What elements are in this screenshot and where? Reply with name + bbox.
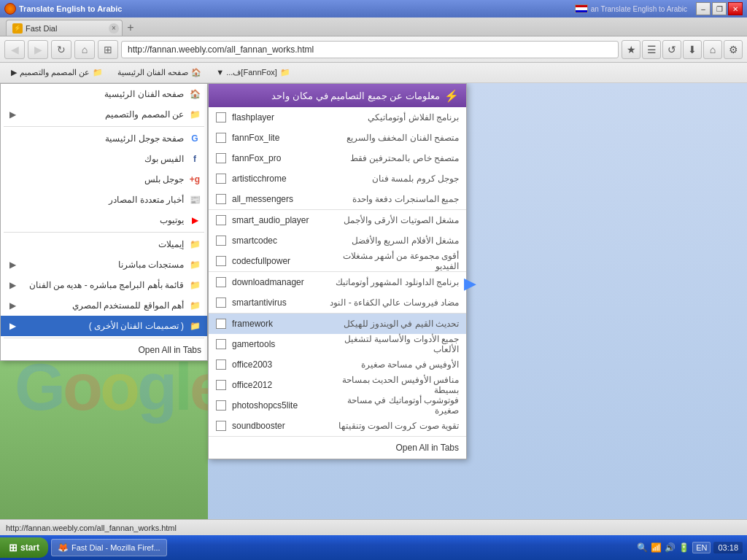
- tray-sound-icon[interactable]: 🔊: [665, 542, 676, 553]
- submenu-item-download[interactable]: برنامج الداونلود المشهور أوتوماتيك downl…: [209, 272, 466, 292]
- submenu-item-fannfox-pro[interactable]: متصفح خاص بالمحترفين فقط fannFox_pro: [209, 148, 466, 168]
- menu-item-emails[interactable]: 📁 إيميلات: [1, 234, 207, 254]
- menu-designer-label: عن المصمم والتصميم: [20, 109, 184, 120]
- submenu-item-flashplayer[interactable]: برنامج الفلاش أوتوماتيكي flashplayer: [209, 107, 466, 128]
- framework-desc: تحديث القيم في الويندوز للهيكل: [325, 319, 459, 329]
- download-checkbox[interactable]: [216, 277, 226, 287]
- bookmark-main-page[interactable]: 🏠 صفحه الفنان الرئيسية: [111, 65, 208, 81]
- browser-tab-fastdial[interactable]: ⚡ Fast Dial ×: [6, 20, 123, 36]
- refresh-nav-button[interactable]: ↺: [662, 40, 681, 59]
- office2003-checkbox[interactable]: [216, 359, 226, 370]
- submenu-item-antivirus[interactable]: مضاد فيروسات عالي الكفاءة - النود smarta…: [209, 292, 466, 313]
- sites-arrow-icon: ▶: [9, 300, 16, 311]
- address-input[interactable]: [128, 44, 612, 55]
- nav-home-button[interactable]: ⌂: [703, 40, 722, 59]
- submenu-item-codecfull[interactable]: أقوى مجموعة من أشهر مشغلات الفيديو codec…: [209, 251, 466, 271]
- fannfox-pro-checkbox[interactable]: [216, 153, 226, 163]
- menu-sites-label: أهم المواقع للمستخدم المصري: [20, 300, 184, 311]
- tab-close-button[interactable]: ×: [109, 23, 119, 34]
- menu-facebook-label: الفيس بوك: [7, 154, 184, 164]
- forward-button[interactable]: ▶: [28, 40, 48, 59]
- menu-item-facebook[interactable]: f الفيس بوك: [1, 149, 207, 169]
- menu-item-google[interactable]: G صفحة جوجل الرئيسية: [1, 128, 207, 149]
- designer-arrow-icon: ▶: [9, 109, 16, 120]
- status-url: http://fannan.weebly.com/all_fannan_work…: [6, 524, 177, 532]
- menu-open-all-tabs[interactable]: Open All in Tabs: [1, 340, 207, 360]
- submenu-footer[interactable]: Open All in Tabs: [209, 437, 466, 459]
- taskbar-firefox-item[interactable]: 🦊 Fast Dial - Mozilla Firef...: [51, 539, 167, 556]
- menu-item-programs[interactable]: 📁 قائمة بأهم البرامج مباشره - هديه من ال…: [1, 275, 207, 295]
- submenu-item-framework[interactable]: تحديث القيم في الويندوز للهيكل framework: [209, 314, 466, 334]
- taskbar: ⊞ start 🦊 Fast Dial - Mozilla Firef... 🔍…: [0, 535, 747, 560]
- refresh-button[interactable]: ↻: [51, 40, 71, 59]
- main-dropdown-menu[interactable]: 🏠 صفحه الفنان الرئيسية 📁 عن المصمم والتص…: [0, 83, 208, 361]
- soundbooster-checkbox[interactable]: [216, 421, 226, 431]
- menu-item-sites[interactable]: 📁 أهم المواقع للمستخدم المصري ▶: [1, 295, 207, 316]
- menu-item-gplus[interactable]: g+ جوجل بلس: [1, 169, 207, 190]
- menu-item-designs[interactable]: 📁 ( تصميمات الفنان الأخرى ) ▶: [1, 316, 207, 336]
- home-button[interactable]: ⌂: [74, 40, 95, 59]
- tray-search-icon[interactable]: 🔍: [637, 542, 648, 553]
- fannfox-lite-name: fannFox_lite: [232, 133, 320, 143]
- office2012-checkbox[interactable]: [216, 380, 226, 390]
- bookmark-folder-label: [FannFox]ف... ▼: [216, 68, 277, 77]
- menu-google-label: صفحة جوجل الرئيسية: [7, 133, 184, 144]
- flash-desc: برنامج الفلاش أوتوماتيكي: [325, 112, 459, 122]
- audio-checkbox[interactable]: [216, 215, 226, 225]
- artistic-checkbox[interactable]: [216, 174, 226, 184]
- settings-button[interactable]: ⚙: [724, 40, 743, 59]
- restore-button[interactable]: ❐: [712, 2, 727, 15]
- bookmark-list-button[interactable]: ☰: [642, 40, 661, 59]
- back-button[interactable]: ◀: [4, 40, 25, 59]
- messenger-checkbox[interactable]: [216, 194, 226, 204]
- status-bar: http://fannan.weebly.com/all_fannan_work…: [0, 519, 747, 535]
- fannfox-lite-checkbox[interactable]: [216, 133, 226, 143]
- start-windows-icon: ⊞: [9, 542, 18, 553]
- codecfull-checkbox[interactable]: [216, 256, 226, 266]
- menu-item-updates[interactable]: 📁 مستجدات مباشرنا ▶: [1, 254, 207, 275]
- bookmark-designer[interactable]: 📁 عن المصمم والتصميم ▶: [4, 65, 109, 81]
- submenu-item-gamertools[interactable]: جميع الأدوات والأساسية لتشغيل الألعاب ga…: [209, 334, 466, 354]
- tray-network-icon: 📶: [651, 542, 662, 553]
- submenu-item-office2012[interactable]: منافس الأوفيس الحديث بمساحة بسيطة office…: [209, 375, 466, 395]
- submenu[interactable]: ⚡ معلومات عن جميع التصاميم في مكان واحد …: [208, 83, 467, 459]
- bookmark-star-button[interactable]: ★: [622, 40, 640, 59]
- folder-emails-icon: 📁: [188, 238, 201, 251]
- menu-item-main-page[interactable]: 🏠 صفحه الفنان الرئيسية: [1, 84, 207, 104]
- photoshop-checkbox[interactable]: [216, 400, 226, 411]
- submenu-item-audio[interactable]: مشغل الصوتيات الأرقى والأجمل smart_audio…: [209, 210, 466, 230]
- office2003-desc: الأوفيس في مساحة صغيرة: [325, 359, 459, 370]
- submenu-item-office2003[interactable]: الأوفيس في مساحة صغيرة office2003: [209, 354, 466, 375]
- submenu-item-artisticchrome[interactable]: جوجل كروم بلمسة فنان artisticchrome: [209, 168, 466, 189]
- codec-checkbox[interactable]: [216, 236, 226, 246]
- minimize-button[interactable]: –: [696, 2, 711, 15]
- menu-separator-1: [4, 126, 204, 127]
- menu-item-youtube[interactable]: ▶ يوتيوب: [1, 210, 207, 230]
- menu-item-news[interactable]: 📰 أخبار متعددة المصادر: [1, 190, 207, 210]
- submenu-item-messengers[interactable]: جميع الماسنجرات دفعة واحدة all_messenger…: [209, 189, 466, 209]
- gamertools-checkbox[interactable]: [216, 339, 226, 349]
- download-button[interactable]: ⬇: [683, 40, 702, 59]
- bookmark-folder-button[interactable]: 📁 [FannFox]ف... ▼: [209, 65, 297, 81]
- flag-icon: [575, 4, 588, 13]
- flash-checkbox[interactable]: [216, 112, 226, 122]
- submenu-header-arrow: ⚡: [444, 89, 459, 103]
- start-button[interactable]: ⊞ start: [0, 537, 48, 558]
- language-button[interactable]: EN: [692, 542, 711, 553]
- address-bar[interactable]: [121, 41, 619, 58]
- submenu-item-soundbooster[interactable]: تقوية صوت كروت الصوت وتنقيتها soundboost…: [209, 416, 466, 436]
- audio-desc: مشغل الصوتيات الأرقى والأجمل: [325, 215, 459, 225]
- close-button[interactable]: ✕: [728, 2, 743, 15]
- submenu-item-codec[interactable]: مشغل الأفلام السريع والأفضل smartcodec: [209, 230, 466, 251]
- artistic-name: artisticchrome: [232, 174, 320, 184]
- submenu-item-fannfox-lite[interactable]: متصفح الفنان المخفف والسريع fannFox_lite: [209, 128, 466, 148]
- antivirus-checkbox[interactable]: [216, 298, 226, 308]
- menu-item-designer[interactable]: 📁 عن المصمم والتصميم ▶: [1, 104, 207, 125]
- framework-checkbox[interactable]: [216, 319, 226, 329]
- office2003-name: office2003: [232, 359, 320, 370]
- bookmark-label: صفحه الفنان الرئيسية: [117, 68, 188, 77]
- submenu-item-photoshop[interactable]: فوتوشوب أوتوماتيك في مساحة صغيرة photosh…: [209, 395, 466, 416]
- new-tab-button[interactable]: +: [123, 20, 139, 36]
- menu-updates-label: مستجدات مباشرنا: [20, 260, 184, 270]
- bookmarks-button[interactable]: ⊞: [98, 40, 118, 59]
